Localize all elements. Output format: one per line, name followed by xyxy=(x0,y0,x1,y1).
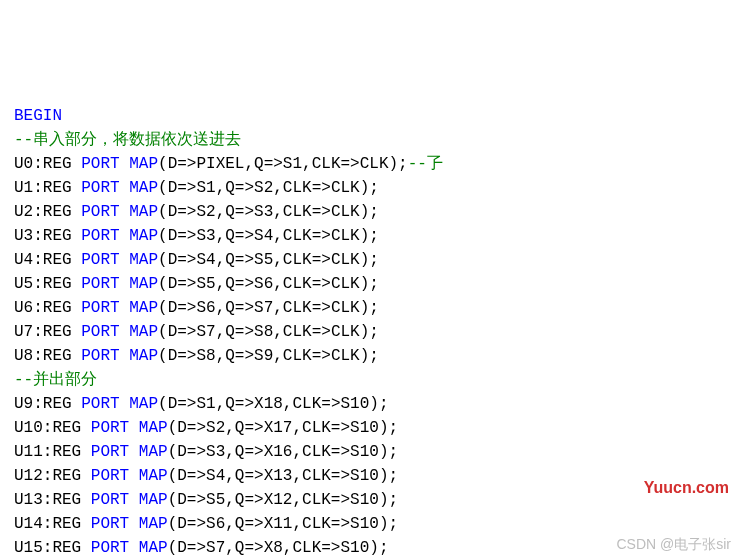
watermark-site: Yuucn.com xyxy=(644,476,729,500)
watermark-csdn: CSDN @电子张sir xyxy=(616,532,731,556)
code-listing: BEGIN --串入部分，将数据依次送进去 U0:REG PORT MAP(D=… xyxy=(14,104,725,560)
